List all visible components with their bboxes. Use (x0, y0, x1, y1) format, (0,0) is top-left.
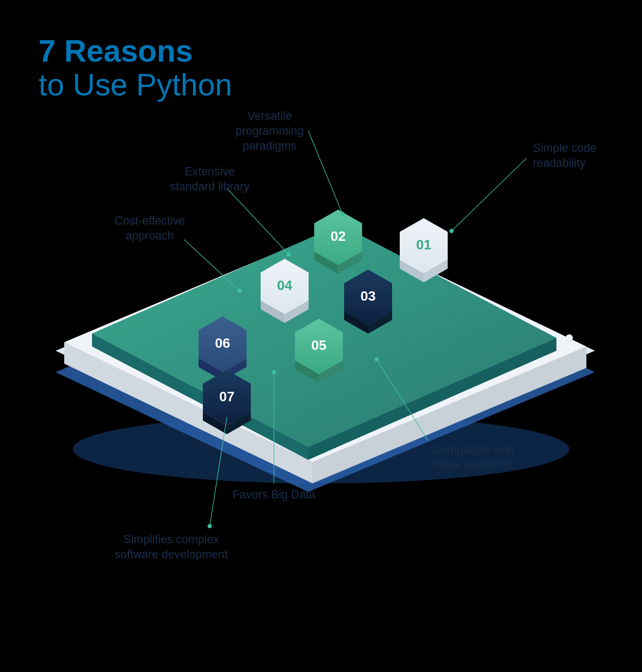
label-04-line2: approach (126, 229, 174, 242)
connector-dot-02 (340, 212, 345, 216)
svg-text:06: 06 (215, 335, 230, 351)
hexagon-07: 07 (203, 370, 251, 434)
connector-dot-07 (208, 524, 212, 528)
svg-text:02: 02 (330, 228, 346, 244)
connector-dot-03 (287, 252, 291, 257)
label-01-line2: readability (533, 157, 586, 169)
label-06-text: Favors Big Data (232, 488, 316, 501)
svg-text:07: 07 (219, 389, 235, 404)
connector-01 (452, 158, 526, 231)
label-03-line1: Extensive (184, 165, 235, 178)
hexagon-02: 02 (314, 210, 362, 274)
label-02-line2: programming (235, 124, 303, 137)
svg-text:04: 04 (277, 278, 292, 293)
label-01-line1: Simple code (533, 142, 597, 154)
svg-text:05: 05 (311, 337, 327, 353)
label-04-line1: Cost-effective (115, 214, 185, 227)
label-05-line1: Compatible with (432, 443, 514, 456)
hexagon-01: 01 (400, 218, 448, 282)
svg-text:01: 01 (416, 237, 431, 252)
label-03-line2: standard library (170, 180, 250, 193)
hexagon-06: 06 (199, 317, 247, 381)
label-05-line2: major platforms (432, 458, 512, 471)
connector-dot-05 (374, 357, 379, 361)
connector-02 (308, 130, 342, 214)
connector-dot-04 (238, 289, 242, 293)
hexagon-05: 05 (295, 319, 343, 383)
connector-03 (227, 188, 289, 255)
svg-text:03: 03 (360, 288, 376, 304)
hexagon-03: 03 (344, 269, 392, 334)
svg-point-10 (566, 335, 573, 341)
label-02-line3: paradigms (243, 139, 297, 152)
hexagon-04: 04 (261, 259, 309, 323)
label-07-line1: Simplifies complex (123, 533, 219, 546)
label-02-line1: Versatile (247, 110, 292, 122)
connector-dot-01 (449, 229, 454, 233)
main-illustration: 01 02 03 04 05 (0, 0, 642, 672)
page-container: 7 Reasons to Use Python (0, 0, 642, 672)
label-07-line2: software development (115, 548, 228, 561)
connector-dot-06 (272, 370, 276, 374)
